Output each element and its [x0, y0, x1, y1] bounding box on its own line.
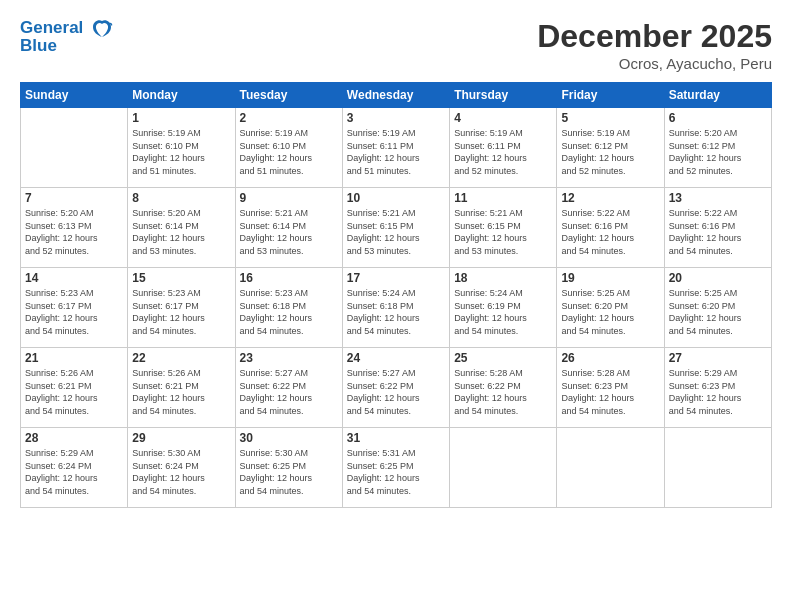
- day-number: 28: [25, 431, 123, 445]
- day-number: 6: [669, 111, 767, 125]
- col-friday: Friday: [557, 83, 664, 108]
- day-number: 14: [25, 271, 123, 285]
- table-row: 27Sunrise: 5:29 AM Sunset: 6:23 PM Dayli…: [664, 348, 771, 428]
- cell-info: Sunrise: 5:27 AM Sunset: 6:22 PM Dayligh…: [347, 367, 445, 417]
- cell-info: Sunrise: 5:25 AM Sunset: 6:20 PM Dayligh…: [561, 287, 659, 337]
- cell-info: Sunrise: 5:21 AM Sunset: 6:14 PM Dayligh…: [240, 207, 338, 257]
- table-row: 16Sunrise: 5:23 AM Sunset: 6:18 PM Dayli…: [235, 268, 342, 348]
- table-row: [557, 428, 664, 508]
- cell-info: Sunrise: 5:24 AM Sunset: 6:19 PM Dayligh…: [454, 287, 552, 337]
- day-number: 3: [347, 111, 445, 125]
- cell-info: Sunrise: 5:19 AM Sunset: 6:12 PM Dayligh…: [561, 127, 659, 177]
- table-row: 13Sunrise: 5:22 AM Sunset: 6:16 PM Dayli…: [664, 188, 771, 268]
- cell-info: Sunrise: 5:28 AM Sunset: 6:22 PM Dayligh…: [454, 367, 552, 417]
- table-row: [450, 428, 557, 508]
- cell-info: Sunrise: 5:30 AM Sunset: 6:24 PM Dayligh…: [132, 447, 230, 497]
- table-row: 15Sunrise: 5:23 AM Sunset: 6:17 PM Dayli…: [128, 268, 235, 348]
- day-number: 10: [347, 191, 445, 205]
- table-row: 30Sunrise: 5:30 AM Sunset: 6:25 PM Dayli…: [235, 428, 342, 508]
- table-row: 8Sunrise: 5:20 AM Sunset: 6:14 PM Daylig…: [128, 188, 235, 268]
- title-block: December 2025 Ocros, Ayacucho, Peru: [537, 18, 772, 72]
- cell-info: Sunrise: 5:20 AM Sunset: 6:14 PM Dayligh…: [132, 207, 230, 257]
- day-number: 19: [561, 271, 659, 285]
- calendar-header-row: Sunday Monday Tuesday Wednesday Thursday…: [21, 83, 772, 108]
- day-number: 8: [132, 191, 230, 205]
- day-number: 21: [25, 351, 123, 365]
- day-number: 4: [454, 111, 552, 125]
- cell-info: Sunrise: 5:23 AM Sunset: 6:18 PM Dayligh…: [240, 287, 338, 337]
- table-row: 9Sunrise: 5:21 AM Sunset: 6:14 PM Daylig…: [235, 188, 342, 268]
- col-monday: Monday: [128, 83, 235, 108]
- cell-info: Sunrise: 5:22 AM Sunset: 6:16 PM Dayligh…: [669, 207, 767, 257]
- cell-info: Sunrise: 5:19 AM Sunset: 6:10 PM Dayligh…: [132, 127, 230, 177]
- day-number: 11: [454, 191, 552, 205]
- cell-info: Sunrise: 5:31 AM Sunset: 6:25 PM Dayligh…: [347, 447, 445, 497]
- col-tuesday: Tuesday: [235, 83, 342, 108]
- day-number: 22: [132, 351, 230, 365]
- cell-info: Sunrise: 5:24 AM Sunset: 6:18 PM Dayligh…: [347, 287, 445, 337]
- table-row: 23Sunrise: 5:27 AM Sunset: 6:22 PM Dayli…: [235, 348, 342, 428]
- day-number: 16: [240, 271, 338, 285]
- day-number: 18: [454, 271, 552, 285]
- day-number: 25: [454, 351, 552, 365]
- table-row: 3Sunrise: 5:19 AM Sunset: 6:11 PM Daylig…: [342, 108, 449, 188]
- table-row: 12Sunrise: 5:22 AM Sunset: 6:16 PM Dayli…: [557, 188, 664, 268]
- day-number: 26: [561, 351, 659, 365]
- day-number: 13: [669, 191, 767, 205]
- col-wednesday: Wednesday: [342, 83, 449, 108]
- day-number: 5: [561, 111, 659, 125]
- table-row: 2Sunrise: 5:19 AM Sunset: 6:10 PM Daylig…: [235, 108, 342, 188]
- day-number: 17: [347, 271, 445, 285]
- cell-info: Sunrise: 5:19 AM Sunset: 6:10 PM Dayligh…: [240, 127, 338, 177]
- col-saturday: Saturday: [664, 83, 771, 108]
- cell-info: Sunrise: 5:26 AM Sunset: 6:21 PM Dayligh…: [25, 367, 123, 417]
- day-number: 31: [347, 431, 445, 445]
- header: General Blue December 2025 Ocros, Ayacuc…: [20, 18, 772, 72]
- calendar-week-row: 14Sunrise: 5:23 AM Sunset: 6:17 PM Dayli…: [21, 268, 772, 348]
- day-number: 27: [669, 351, 767, 365]
- table-row: 6Sunrise: 5:20 AM Sunset: 6:12 PM Daylig…: [664, 108, 771, 188]
- cell-info: Sunrise: 5:23 AM Sunset: 6:17 PM Dayligh…: [132, 287, 230, 337]
- table-row: 26Sunrise: 5:28 AM Sunset: 6:23 PM Dayli…: [557, 348, 664, 428]
- table-row: 14Sunrise: 5:23 AM Sunset: 6:17 PM Dayli…: [21, 268, 128, 348]
- cell-info: Sunrise: 5:25 AM Sunset: 6:20 PM Dayligh…: [669, 287, 767, 337]
- table-row: 1Sunrise: 5:19 AM Sunset: 6:10 PM Daylig…: [128, 108, 235, 188]
- table-row: 5Sunrise: 5:19 AM Sunset: 6:12 PM Daylig…: [557, 108, 664, 188]
- table-row: 31Sunrise: 5:31 AM Sunset: 6:25 PM Dayli…: [342, 428, 449, 508]
- logo: General Blue: [20, 18, 113, 56]
- cell-info: Sunrise: 5:27 AM Sunset: 6:22 PM Dayligh…: [240, 367, 338, 417]
- cell-info: Sunrise: 5:21 AM Sunset: 6:15 PM Dayligh…: [347, 207, 445, 257]
- calendar-week-row: 1Sunrise: 5:19 AM Sunset: 6:10 PM Daylig…: [21, 108, 772, 188]
- table-row: 29Sunrise: 5:30 AM Sunset: 6:24 PM Dayli…: [128, 428, 235, 508]
- cell-info: Sunrise: 5:29 AM Sunset: 6:23 PM Dayligh…: [669, 367, 767, 417]
- day-number: 23: [240, 351, 338, 365]
- cell-info: Sunrise: 5:26 AM Sunset: 6:21 PM Dayligh…: [132, 367, 230, 417]
- day-number: 9: [240, 191, 338, 205]
- day-number: 2: [240, 111, 338, 125]
- cell-info: Sunrise: 5:19 AM Sunset: 6:11 PM Dayligh…: [347, 127, 445, 177]
- logo-text: General Blue: [20, 18, 113, 56]
- table-row: 7Sunrise: 5:20 AM Sunset: 6:13 PM Daylig…: [21, 188, 128, 268]
- cell-info: Sunrise: 5:22 AM Sunset: 6:16 PM Dayligh…: [561, 207, 659, 257]
- day-number: 1: [132, 111, 230, 125]
- cell-info: Sunrise: 5:20 AM Sunset: 6:13 PM Dayligh…: [25, 207, 123, 257]
- day-number: 24: [347, 351, 445, 365]
- day-number: 15: [132, 271, 230, 285]
- day-number: 30: [240, 431, 338, 445]
- cell-info: Sunrise: 5:29 AM Sunset: 6:24 PM Dayligh…: [25, 447, 123, 497]
- table-row: 11Sunrise: 5:21 AM Sunset: 6:15 PM Dayli…: [450, 188, 557, 268]
- table-row: 28Sunrise: 5:29 AM Sunset: 6:24 PM Dayli…: [21, 428, 128, 508]
- calendar-week-row: 7Sunrise: 5:20 AM Sunset: 6:13 PM Daylig…: [21, 188, 772, 268]
- table-row: 22Sunrise: 5:26 AM Sunset: 6:21 PM Dayli…: [128, 348, 235, 428]
- table-row: 17Sunrise: 5:24 AM Sunset: 6:18 PM Dayli…: [342, 268, 449, 348]
- calendar-week-row: 21Sunrise: 5:26 AM Sunset: 6:21 PM Dayli…: [21, 348, 772, 428]
- day-number: 20: [669, 271, 767, 285]
- table-row: 20Sunrise: 5:25 AM Sunset: 6:20 PM Dayli…: [664, 268, 771, 348]
- page: General Blue December 2025 Ocros, Ayacuc…: [0, 0, 792, 612]
- table-row: [21, 108, 128, 188]
- cell-info: Sunrise: 5:19 AM Sunset: 6:11 PM Dayligh…: [454, 127, 552, 177]
- cell-info: Sunrise: 5:30 AM Sunset: 6:25 PM Dayligh…: [240, 447, 338, 497]
- cell-info: Sunrise: 5:23 AM Sunset: 6:17 PM Dayligh…: [25, 287, 123, 337]
- location-subtitle: Ocros, Ayacucho, Peru: [537, 55, 772, 72]
- day-number: 7: [25, 191, 123, 205]
